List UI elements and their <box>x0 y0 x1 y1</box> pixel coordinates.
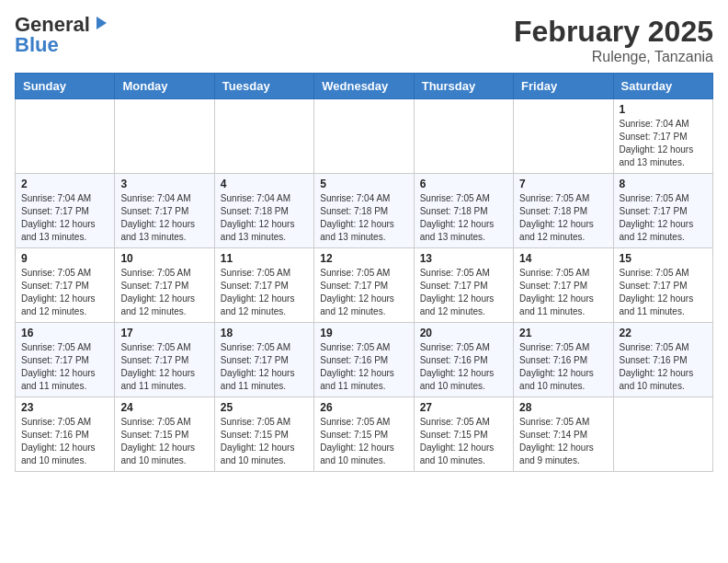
day-number: 19 <box>320 327 407 339</box>
day-number: 11 <box>221 252 308 265</box>
day-number: 6 <box>420 178 507 190</box>
calendar-header-sunday: Sunday <box>16 74 115 99</box>
day-number: 15 <box>620 252 707 265</box>
day-info: Sunrise: 7:05 AM Sunset: 7:17 PM Dayligh… <box>120 267 208 318</box>
day-number: 21 <box>519 327 607 339</box>
logo-general-text: General <box>15 15 90 35</box>
calendar-week-row: 2Sunrise: 7:04 AM Sunset: 7:17 PM Daylig… <box>16 174 713 248</box>
calendar-header-tuesday: Tuesday <box>214 74 313 99</box>
day-info: Sunrise: 7:05 AM Sunset: 7:15 PM Dayligh… <box>120 416 208 467</box>
calendar-day-cell: 4Sunrise: 7:04 AM Sunset: 7:18 PM Daylig… <box>214 174 313 248</box>
day-number: 5 <box>320 178 407 190</box>
day-info: Sunrise: 7:05 AM Sunset: 7:17 PM Dayligh… <box>120 341 208 393</box>
logo-blue-text: Blue <box>15 35 59 55</box>
calendar-header-thursday: Thursday <box>414 74 513 99</box>
day-number: 14 <box>519 252 607 265</box>
day-info: Sunrise: 7:04 AM Sunset: 7:18 PM Dayligh… <box>320 192 407 244</box>
day-number: 24 <box>120 401 208 414</box>
calendar-day-cell: 1Sunrise: 7:04 AM Sunset: 7:17 PM Daylig… <box>613 99 712 174</box>
calendar-day-cell: 7Sunrise: 7:05 AM Sunset: 7:18 PM Daylig… <box>514 174 613 248</box>
day-info: Sunrise: 7:05 AM Sunset: 7:17 PM Dayligh… <box>620 192 707 244</box>
calendar-day-cell: 5Sunrise: 7:04 AM Sunset: 7:18 PM Daylig… <box>314 174 414 248</box>
calendar-day-cell: 3Sunrise: 7:04 AM Sunset: 7:17 PM Daylig… <box>115 174 214 248</box>
day-info: Sunrise: 7:05 AM Sunset: 7:14 PM Dayligh… <box>519 416 607 467</box>
day-number: 25 <box>221 401 308 414</box>
day-number: 12 <box>320 252 407 265</box>
day-number: 26 <box>320 401 407 414</box>
calendar-day-cell: 25Sunrise: 7:05 AM Sunset: 7:15 PM Dayli… <box>214 397 313 472</box>
location: Rulenge, Tanzania <box>514 49 713 65</box>
calendar-day-cell: 11Sunrise: 7:05 AM Sunset: 7:17 PM Dayli… <box>214 248 313 323</box>
calendar-header-monday: Monday <box>115 74 214 99</box>
day-info: Sunrise: 7:05 AM Sunset: 7:18 PM Dayligh… <box>420 192 507 244</box>
day-number: 28 <box>519 401 607 414</box>
day-info: Sunrise: 7:05 AM Sunset: 7:17 PM Dayligh… <box>221 341 308 393</box>
calendar-day-cell: 23Sunrise: 7:05 AM Sunset: 7:16 PM Dayli… <box>16 397 115 472</box>
calendar-header-wednesday: Wednesday <box>314 74 414 99</box>
day-number: 13 <box>420 252 507 265</box>
day-info: Sunrise: 7:05 AM Sunset: 7:16 PM Dayligh… <box>21 416 108 467</box>
title-block: February 2025 Rulenge, Tanzania <box>514 15 713 65</box>
day-number: 17 <box>120 327 208 339</box>
calendar-header-saturday: Saturday <box>613 74 712 99</box>
day-number: 9 <box>21 252 108 265</box>
day-info: Sunrise: 7:05 AM Sunset: 7:16 PM Dayligh… <box>420 341 507 393</box>
day-number: 23 <box>21 401 108 414</box>
day-number: 27 <box>420 401 507 414</box>
calendar-day-cell: 21Sunrise: 7:05 AM Sunset: 7:16 PM Dayli… <box>514 323 613 397</box>
svg-marker-0 <box>97 17 107 29</box>
day-info: Sunrise: 7:05 AM Sunset: 7:16 PM Dayligh… <box>519 341 607 393</box>
day-info: Sunrise: 7:04 AM Sunset: 7:17 PM Dayligh… <box>120 192 208 244</box>
day-info: Sunrise: 7:05 AM Sunset: 7:17 PM Dayligh… <box>320 267 407 318</box>
calendar-week-row: 23Sunrise: 7:05 AM Sunset: 7:16 PM Dayli… <box>16 397 713 472</box>
day-number: 18 <box>221 327 308 339</box>
calendar-day-cell: 16Sunrise: 7:05 AM Sunset: 7:17 PM Dayli… <box>16 323 115 397</box>
day-number: 3 <box>120 178 208 190</box>
calendar-day-cell: 24Sunrise: 7:05 AM Sunset: 7:15 PM Dayli… <box>115 397 214 472</box>
logo: General Blue <box>15 15 108 55</box>
calendar-table: SundayMondayTuesdayWednesdayThursdayFrid… <box>15 73 713 472</box>
calendar-week-row: 9Sunrise: 7:05 AM Sunset: 7:17 PM Daylig… <box>16 248 713 323</box>
calendar-day-cell <box>514 99 613 174</box>
calendar-day-cell: 22Sunrise: 7:05 AM Sunset: 7:16 PM Dayli… <box>613 323 712 397</box>
day-info: Sunrise: 7:05 AM Sunset: 7:17 PM Dayligh… <box>420 267 507 318</box>
calendar-day-cell <box>214 99 313 174</box>
calendar-day-cell: 27Sunrise: 7:05 AM Sunset: 7:15 PM Dayli… <box>414 397 513 472</box>
day-info: Sunrise: 7:05 AM Sunset: 7:17 PM Dayligh… <box>21 267 108 318</box>
day-number: 7 <box>519 178 607 190</box>
day-info: Sunrise: 7:05 AM Sunset: 7:17 PM Dayligh… <box>21 341 108 393</box>
calendar-day-cell: 26Sunrise: 7:05 AM Sunset: 7:15 PM Dayli… <box>314 397 414 472</box>
day-info: Sunrise: 7:05 AM Sunset: 7:17 PM Dayligh… <box>221 267 308 318</box>
calendar-day-cell <box>414 99 513 174</box>
day-number: 4 <box>221 178 308 190</box>
calendar-day-cell: 20Sunrise: 7:05 AM Sunset: 7:16 PM Dayli… <box>414 323 513 397</box>
day-info: Sunrise: 7:05 AM Sunset: 7:17 PM Dayligh… <box>620 267 707 318</box>
calendar-day-cell: 10Sunrise: 7:05 AM Sunset: 7:17 PM Dayli… <box>115 248 214 323</box>
calendar-day-cell: 18Sunrise: 7:05 AM Sunset: 7:17 PM Dayli… <box>214 323 313 397</box>
calendar-header-row: SundayMondayTuesdayWednesdayThursdayFrid… <box>16 74 713 99</box>
calendar-day-cell: 19Sunrise: 7:05 AM Sunset: 7:16 PM Dayli… <box>314 323 414 397</box>
day-number: 2 <box>21 178 108 190</box>
calendar-header-friday: Friday <box>514 74 613 99</box>
calendar-day-cell: 13Sunrise: 7:05 AM Sunset: 7:17 PM Dayli… <box>414 248 513 323</box>
day-info: Sunrise: 7:04 AM Sunset: 7:17 PM Dayligh… <box>620 118 707 169</box>
calendar-day-cell: 28Sunrise: 7:05 AM Sunset: 7:14 PM Dayli… <box>514 397 613 472</box>
day-number: 16 <box>21 327 108 339</box>
day-info: Sunrise: 7:05 AM Sunset: 7:18 PM Dayligh… <box>519 192 607 244</box>
day-info: Sunrise: 7:04 AM Sunset: 7:17 PM Dayligh… <box>21 192 108 244</box>
day-info: Sunrise: 7:05 AM Sunset: 7:15 PM Dayligh… <box>320 416 407 467</box>
day-number: 20 <box>420 327 507 339</box>
calendar-day-cell <box>115 99 214 174</box>
calendar-day-cell: 12Sunrise: 7:05 AM Sunset: 7:17 PM Dayli… <box>314 248 414 323</box>
day-number: 10 <box>120 252 208 265</box>
calendar-day-cell <box>16 99 115 174</box>
day-info: Sunrise: 7:05 AM Sunset: 7:15 PM Dayligh… <box>420 416 507 467</box>
day-number: 22 <box>620 327 707 339</box>
day-info: Sunrise: 7:05 AM Sunset: 7:17 PM Dayligh… <box>519 267 607 318</box>
calendar-day-cell: 6Sunrise: 7:05 AM Sunset: 7:18 PM Daylig… <box>414 174 513 248</box>
day-info: Sunrise: 7:05 AM Sunset: 7:15 PM Dayligh… <box>221 416 308 467</box>
calendar-day-cell <box>613 397 712 472</box>
day-info: Sunrise: 7:05 AM Sunset: 7:16 PM Dayligh… <box>320 341 407 393</box>
calendar-day-cell <box>314 99 414 174</box>
day-info: Sunrise: 7:04 AM Sunset: 7:18 PM Dayligh… <box>221 192 308 244</box>
